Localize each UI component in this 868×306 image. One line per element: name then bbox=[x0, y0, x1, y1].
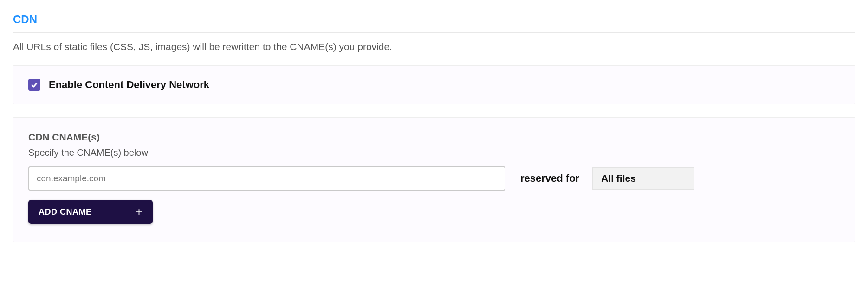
section-title: CDN bbox=[13, 13, 855, 26]
cname-row: reserved for All files bbox=[28, 166, 840, 191]
cname-input[interactable] bbox=[28, 166, 505, 191]
cname-panel: CDN CNAME(s) Specify the CNAME(s) below … bbox=[13, 117, 855, 242]
reserved-for-label: reserved for bbox=[520, 172, 579, 185]
section-description: All URLs of static files (CSS, JS, image… bbox=[13, 41, 855, 52]
enable-cdn-checkbox[interactable] bbox=[28, 79, 40, 91]
cname-heading: CDN CNAME(s) bbox=[28, 132, 840, 143]
divider bbox=[13, 32, 855, 33]
enable-cdn-row: Enable Content Delivery Network bbox=[28, 79, 840, 91]
plus-icon: + bbox=[136, 206, 143, 217]
check-icon bbox=[31, 81, 38, 89]
file-filter-select[interactable]: All files bbox=[592, 167, 694, 190]
file-filter-selected: All files bbox=[601, 173, 636, 184]
cname-subtext: Specify the CNAME(s) below bbox=[28, 147, 840, 158]
enable-panel: Enable Content Delivery Network bbox=[13, 65, 855, 104]
add-cname-label: ADD CNAME bbox=[39, 207, 92, 217]
enable-cdn-label: Enable Content Delivery Network bbox=[49, 79, 209, 91]
add-cname-button[interactable]: ADD CNAME + bbox=[28, 200, 153, 224]
